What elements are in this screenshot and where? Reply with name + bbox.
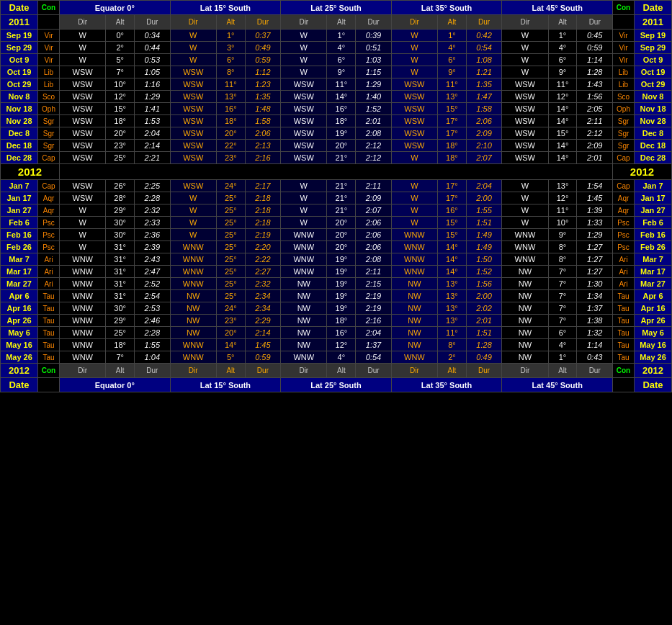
l15-dir: W	[170, 229, 216, 241]
l35-dur: 0:54	[466, 42, 502, 54]
l25-dir: W	[281, 204, 327, 217]
l15-dur: 2:18	[245, 192, 281, 204]
l25-alt: 19°	[327, 266, 356, 278]
l15-alt: 5°	[216, 351, 245, 364]
eq-dur: 2:14	[135, 140, 171, 152]
l25-alt: 21°	[327, 152, 356, 164]
l15-dir: WNW	[170, 351, 216, 364]
l25-dir: NW	[281, 339, 327, 351]
l35-alt: 18°	[438, 140, 467, 152]
row-date: May 26	[1, 351, 38, 364]
eq-dur: 1:55	[135, 339, 171, 351]
l15-dur: 1:23	[245, 78, 281, 91]
l15-alt: 25°	[216, 241, 245, 253]
l35-dur: 2:02	[466, 302, 502, 315]
row-date-r: Feb 26	[635, 241, 672, 253]
l35-dir: W	[391, 180, 437, 192]
eq-dur: 2:04	[135, 127, 171, 140]
row-con: Tau	[38, 315, 60, 327]
l35-alt: 14°	[438, 241, 467, 253]
row-con: Tau	[38, 327, 60, 339]
l45-dir: NW	[502, 302, 548, 315]
l45-dur: 2:05	[577, 103, 613, 115]
l35-alt: 13°	[438, 302, 467, 315]
l45-dur: 1:27	[577, 266, 613, 278]
row-date: Apr 16	[1, 302, 38, 315]
l35-dir: NW	[391, 302, 437, 315]
l25-alt: 19°	[327, 253, 356, 266]
l15-dur: 0:37	[245, 30, 281, 42]
l45-dir: W	[502, 30, 548, 42]
eq-dir: W	[60, 42, 106, 54]
l15-dir: WNW	[170, 339, 216, 351]
l15-alt: 25°	[216, 266, 245, 278]
l15-dur: 1:45	[245, 339, 281, 351]
l45-dur: 0:59	[577, 42, 613, 54]
row-date-r: May 6	[635, 327, 672, 339]
con-sub-right	[613, 15, 635, 30]
l15-dir: WSW	[170, 115, 216, 127]
eq-dur: 2:28	[135, 192, 171, 204]
l15-alt: 16°	[216, 103, 245, 115]
l25-dur: 2:01	[356, 115, 392, 127]
l45-dur: 2:12	[577, 127, 613, 140]
l35-dir: WSW	[391, 115, 437, 127]
l35-alt: 14°	[438, 266, 467, 278]
l45-alt: 15°	[548, 127, 577, 140]
row-date: Sep 29	[1, 42, 38, 54]
eq-dir: W	[60, 229, 106, 241]
l25-dir: NW	[281, 302, 327, 315]
eq-alt: 31°	[106, 290, 135, 302]
table-row: May 16 Tau WNW 18° 1:55 WNW 14° 1:45 NW …	[1, 339, 672, 351]
row-con-r: Psc	[613, 229, 635, 241]
l15-dir: NW	[170, 302, 216, 315]
eq-dur: 2:36	[135, 229, 171, 241]
row-date-r: Dec 8	[635, 127, 672, 140]
l25-dur: 2:06	[356, 241, 392, 253]
eq-dir: WNW	[60, 290, 106, 302]
row-date: Nov 28	[1, 115, 38, 127]
row-date-r: Oct 29	[635, 78, 672, 91]
l25-dur: 2:09	[356, 192, 392, 204]
lat15-header: Lat 15° South	[170, 1, 281, 15]
l35-dir: W	[391, 42, 437, 54]
l35-dir: WNW	[391, 351, 437, 364]
row-date-r: Jan 7	[635, 180, 672, 192]
l35-dur: 2:09	[466, 127, 502, 140]
l25-alt: 18°	[327, 115, 356, 127]
l25-alt: 19°	[327, 278, 356, 290]
row-date: Oct 19	[1, 66, 38, 78]
table-row: Apr 16 Tau WNW 30° 2:53 NW 24° 2:34 NW 1…	[1, 302, 672, 315]
eq-dir: WSW	[60, 140, 106, 152]
l45-dir: W	[502, 54, 548, 66]
l25-alt: 19°	[327, 127, 356, 140]
l35-alt: 16°	[438, 204, 467, 217]
l35-dir: W	[391, 217, 437, 229]
row-con: Sco	[38, 91, 60, 103]
eq-dur: 2:39	[135, 241, 171, 253]
l45-dur: 1:38	[577, 315, 613, 327]
eq-alt: 31°	[106, 241, 135, 253]
year-right: 2011	[635, 15, 672, 30]
l15-dir: W	[170, 54, 216, 66]
l25-dur: 2:11	[356, 180, 392, 192]
l45-alt: 7°	[548, 266, 577, 278]
l15-dur-header: Dur	[245, 15, 281, 30]
l35-dir: W	[391, 204, 437, 217]
eq-dir: WNW	[60, 339, 106, 351]
l35-alt: 11°	[438, 78, 467, 91]
row-con: Psc	[38, 241, 60, 253]
row-con-r: Aqr	[613, 192, 635, 204]
row-con: Cap	[38, 152, 60, 164]
l15-alt: 25°	[216, 192, 245, 204]
l15-alt: 14°	[216, 339, 245, 351]
year-bottom-right: 2012	[635, 364, 672, 378]
row-con: Sgr	[38, 127, 60, 140]
eq-dir: WNW	[60, 266, 106, 278]
eq-dir: WSW	[60, 180, 106, 192]
l25-dir: WNW	[281, 229, 327, 241]
l25-alt: 21°	[327, 180, 356, 192]
l15-dur: 2:16	[245, 152, 281, 164]
table-row: Nov 28 Sgr WSW 18° 1:53 WSW 18° 1:58 WSW…	[1, 115, 672, 127]
l45-dur: 1:28	[577, 66, 613, 78]
